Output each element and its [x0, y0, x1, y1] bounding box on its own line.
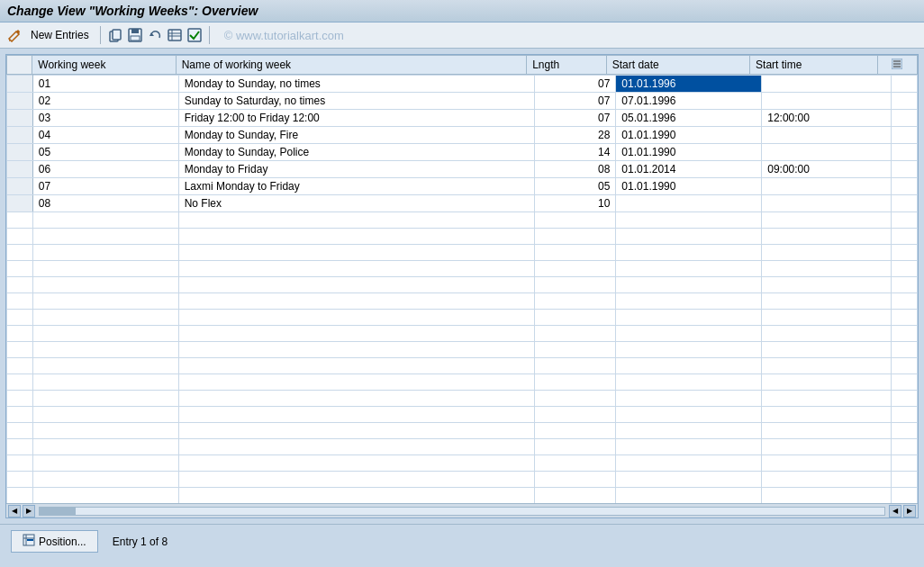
empty-cell: [616, 472, 762, 488]
empty-cell: [178, 488, 535, 504]
empty-cell: [762, 374, 892, 391]
empty-cell: [7, 261, 33, 277]
table-row[interactable]: 03Friday 12:00 to Friday 12:000705.01.19…: [7, 110, 918, 127]
horizontal-scrollbar[interactable]: ◀ ▶ ◀ ▶: [6, 503, 918, 518]
row-selector[interactable]: [7, 110, 33, 127]
svg-rect-18: [27, 539, 33, 541]
empty-cell: [7, 326, 33, 342]
cell-extra: [892, 93, 918, 110]
empty-cell: [762, 391, 892, 407]
new-entries-button[interactable]: New Entries: [27, 27, 93, 43]
empty-cell: [32, 277, 178, 293]
cell-start-time: [762, 195, 892, 212]
empty-cell: [616, 342, 762, 358]
empty-cell: [762, 488, 892, 504]
empty-row: [7, 245, 918, 261]
cell-start-time: 09:00:00: [762, 161, 892, 178]
empty-cell: [616, 391, 762, 407]
table-row[interactable]: 04Monday to Sunday, Fire2801.01.1990: [7, 127, 918, 144]
cell-lngth: 14: [535, 144, 616, 161]
table-row[interactable]: 08No Flex10: [7, 195, 918, 212]
cell-name: Sunday to Saturday, no times: [178, 93, 535, 110]
empty-cell: [32, 488, 178, 504]
cell-working-week: 02: [32, 93, 178, 110]
empty-row: [7, 326, 918, 342]
row-selector[interactable]: [7, 144, 33, 161]
cell-name: Monday to Sunday, Police: [178, 144, 535, 161]
cell-extra: [892, 76, 918, 93]
empty-cell: [762, 261, 892, 277]
row-selector[interactable]: [7, 127, 33, 144]
position-button[interactable]: Position...: [11, 530, 98, 553]
col-settings-icon[interactable]: [877, 56, 917, 75]
table-row[interactable]: 07Laxmi Monday to Friday0501.01.1990: [7, 178, 918, 195]
cell-start-date: 01.01.1996: [616, 76, 762, 93]
cell-lngth: 05: [535, 178, 616, 195]
empty-cell: [535, 439, 616, 455]
empty-cell: [7, 423, 33, 439]
empty-cell: [616, 245, 762, 261]
empty-cell: [892, 488, 918, 504]
h-scroll-left-btn[interactable]: ◀: [8, 505, 21, 518]
copy-icon[interactable]: [108, 28, 122, 42]
empty-row: [7, 212, 918, 229]
empty-cell: [892, 261, 918, 277]
row-selector[interactable]: [7, 161, 33, 178]
toolbar: New Entries: [0, 22, 924, 49]
table-row[interactable]: 02Sunday to Saturday, no times0707.01.19…: [7, 93, 918, 110]
empty-cell: [535, 488, 616, 504]
row-selector[interactable]: [7, 93, 33, 110]
empty-cell: [892, 439, 918, 455]
grid-body[interactable]: 01Monday to Sunday, no times0701.01.1996…: [6, 75, 918, 503]
cell-start-time: [762, 144, 892, 161]
cell-name: Monday to Sunday, Fire: [178, 127, 535, 144]
empty-row: [7, 293, 918, 310]
h-scroll-end-left[interactable]: ◀: [889, 505, 901, 518]
empty-cell: [7, 245, 33, 261]
empty-cell: [535, 407, 616, 423]
cell-extra: [892, 127, 918, 144]
empty-cell: [892, 472, 918, 488]
empty-cell: [616, 439, 762, 455]
empty-cell: [616, 488, 762, 504]
row-selector[interactable]: [7, 195, 33, 212]
row-selector[interactable]: [7, 178, 33, 195]
empty-cell: [7, 342, 33, 358]
h-scroll-end-right[interactable]: ▶: [903, 505, 916, 518]
cell-start-time: [762, 178, 892, 195]
toolbar-separator-2: [209, 26, 210, 44]
position-label: Position...: [39, 536, 86, 548]
empty-row: [7, 310, 918, 326]
empty-cell: [32, 261, 178, 277]
empty-cell: [7, 277, 33, 293]
empty-cell: [178, 277, 535, 293]
empty-cell: [535, 423, 616, 439]
check-icon[interactable]: [187, 28, 202, 42]
h-scroll-right-btn[interactable]: ▶: [23, 505, 35, 518]
row-selector[interactable]: [7, 76, 33, 93]
h-scroll-track[interactable]: [39, 507, 885, 516]
table-icon[interactable]: [168, 28, 182, 42]
empty-cell: [616, 358, 762, 374]
cell-lngth: 07: [535, 93, 616, 110]
save-icon[interactable]: [128, 28, 142, 42]
status-text: Entry 1 of 8: [113, 536, 168, 548]
empty-cell: [616, 212, 762, 229]
cell-name: No Flex: [178, 195, 535, 212]
table-row[interactable]: 01Monday to Sunday, no times0701.01.1996: [7, 76, 918, 93]
empty-cell: [762, 358, 892, 374]
empty-cell: [762, 407, 892, 423]
cell-name: Friday 12:00 to Friday 12:00: [178, 110, 535, 127]
table-container: Working week Name of working week Lngth …: [5, 54, 919, 518]
empty-cell: [32, 423, 178, 439]
empty-cell: [892, 326, 918, 342]
empty-cell: [32, 342, 178, 358]
table-row[interactable]: 05Monday to Sunday, Police1401.01.1990: [7, 144, 918, 161]
table-row[interactable]: 06Monday to Friday0801.01.201409:00:00: [7, 161, 918, 178]
empty-cell: [892, 374, 918, 391]
svg-rect-1: [113, 30, 121, 40]
cell-start-date: 01.01.1990: [616, 127, 762, 144]
empty-cell: [762, 293, 892, 310]
page-title: Change View "Working Weeks": Overview: [7, 4, 258, 18]
undo-icon[interactable]: [148, 28, 162, 42]
